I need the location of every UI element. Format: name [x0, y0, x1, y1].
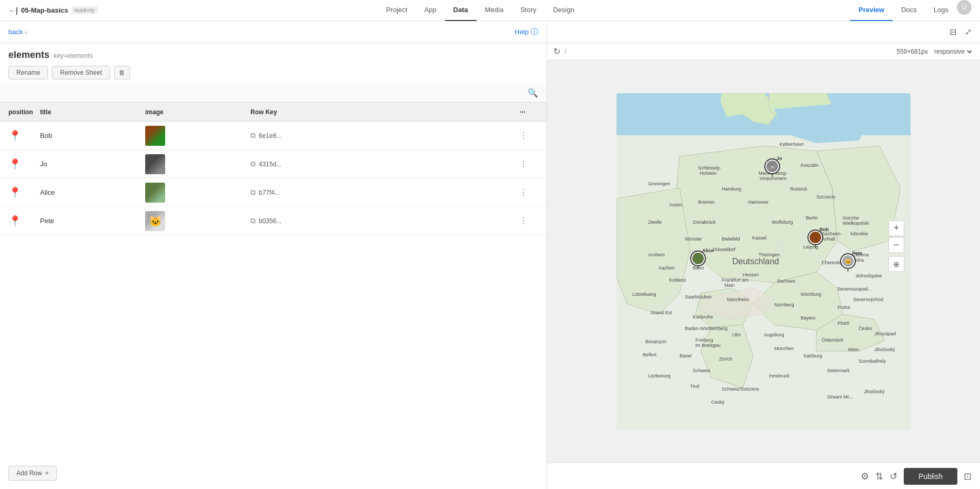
svg-text:Hamburg: Hamburg	[722, 186, 741, 192]
app-name: 05-Map-basics	[21, 6, 68, 14]
svg-text:Belfort: Belfort	[643, 352, 657, 357]
user-avatar[interactable]: U	[957, 0, 972, 15]
responsive-select[interactable]: responsive mobile desktop	[932, 47, 974, 56]
svg-text:München: München	[774, 346, 794, 351]
row-title-bob: Bob	[40, 132, 52, 139]
add-row-button[interactable]: Add Row +	[8, 466, 57, 481]
row-title-pete: Pete	[40, 217, 54, 225]
svg-text:Deutschland: Deutschland	[732, 257, 779, 266]
image-thumb-bob[interactable]	[145, 126, 165, 146]
refresh-bottom-button[interactable]: ↺	[890, 471, 897, 482]
copy-icon[interactable]: ⧉	[250, 216, 256, 225]
svg-text:Sachsen: Sachsen	[777, 278, 795, 284]
row-key-alice: b77f4...	[259, 189, 280, 196]
svg-text:dolnośląskie: dolnośląskie	[856, 273, 882, 278]
nav-logs[interactable]: Logs	[925, 0, 957, 21]
image-thumb-alice[interactable]	[145, 183, 165, 203]
right-nav: Preview Docs Logs U	[850, 0, 972, 21]
zoom-in-button[interactable]: +	[888, 220, 904, 236]
row-more-bob[interactable]: ⋮	[519, 131, 538, 141]
location-pin-icon[interactable]: 📍	[8, 215, 22, 227]
table-row: 📍 Alice ⧉ b77f4... ⋮	[0, 178, 547, 207]
col-actions: ⋯	[519, 108, 538, 116]
map-svg: København Koszalin Schleswig- Holstein M…	[617, 93, 911, 430]
svg-text:🐱: 🐱	[845, 258, 852, 265]
svg-text:Münster: Münster	[685, 236, 702, 242]
nav-media[interactable]: Media	[477, 0, 512, 21]
svg-text:Tirol: Tirol	[690, 384, 699, 389]
expand-icon[interactable]: ⤢	[963, 25, 974, 39]
svg-text:Praha: Praha	[837, 305, 850, 310]
help-link[interactable]: Help ⓘ	[514, 27, 538, 37]
cell-image-pete: 🐱	[145, 211, 250, 231]
location-pin-icon[interactable]: 📍	[8, 129, 22, 142]
location-pin-icon[interactable]: 📍	[8, 158, 22, 171]
zoom-out-button[interactable]: −	[888, 237, 904, 253]
nav-preview[interactable]: Preview	[850, 0, 893, 21]
search-button[interactable]: 🔍	[528, 88, 538, 98]
back-arrow-icon[interactable]: ←|	[8, 6, 18, 15]
bottom-bar: ⚙ ⇅ ↺ Publish ⊡	[547, 463, 980, 489]
row-key-bob: 6e1e8...	[259, 132, 281, 139]
nav-data[interactable]: Data	[445, 0, 477, 21]
image-thumb-jo[interactable]	[145, 154, 165, 174]
cell-title-pete: Pete	[40, 217, 145, 225]
svg-text:Zürich: Zürich	[719, 356, 732, 362]
nav-project[interactable]: Project	[378, 0, 416, 21]
copy-icon[interactable]: ⧉	[250, 131, 256, 140]
svg-text:Salzburg: Salzburg	[803, 353, 822, 358]
nav-app[interactable]: App	[416, 0, 444, 21]
svg-text:Schweiz: Schweiz	[693, 368, 711, 373]
cell-position-bob: 📍	[8, 129, 40, 142]
table-row: 📍 Bob ⧉ 6e1e8... ⋮	[0, 122, 547, 150]
svg-text:Mannheim: Mannheim	[727, 297, 749, 302]
locate-button[interactable]: ⊕	[888, 256, 904, 272]
svg-text:Jo: Jo	[776, 156, 782, 161]
left-panel: back ‹ Help ⓘ elements key=elements Rena…	[0, 21, 547, 489]
nav-docs[interactable]: Docs	[893, 0, 925, 21]
expand-bottom-button[interactable]: ⊡	[964, 471, 972, 482]
copy-icon[interactable]: ⧉	[250, 159, 256, 168]
nav-design[interactable]: Design	[544, 0, 582, 21]
settings-icon-button[interactable]: ⚙	[861, 471, 869, 482]
svg-text:Kassel: Kassel	[752, 235, 766, 241]
preview-container: ↻ / 559×681px responsive mobile desktop	[547, 43, 980, 463]
add-row-section: Add Row +	[0, 457, 547, 489]
col-title: title	[40, 108, 145, 116]
rename-button[interactable]: Rename	[8, 66, 48, 79]
svg-text:Alice: Alice	[702, 248, 714, 253]
copy-icon[interactable]: ⧉	[250, 188, 256, 197]
svg-text:Chemnitz: Chemnitz	[822, 260, 842, 265]
svg-text:Wien: Wien	[848, 347, 859, 352]
back-label: back	[8, 28, 23, 36]
publish-button[interactable]: Publish	[904, 468, 957, 485]
svg-text:Steiermark: Steiermark	[827, 368, 850, 373]
svg-text:Koszalin: Koszalin	[801, 163, 819, 168]
cell-image-alice	[145, 183, 250, 203]
location-pin-icon[interactable]: 📍	[8, 186, 22, 199]
svg-text:Wielkopolski: Wielkopolski	[843, 221, 869, 226]
more-cols-icon[interactable]: ⋯	[519, 108, 526, 116]
svg-text:Severnozapad...: Severnozapad...	[837, 286, 872, 292]
row-more-alice[interactable]: ⋮	[519, 187, 538, 197]
remove-sheet-delete-icon[interactable]: 🗑	[114, 66, 130, 79]
svg-text:Österreich: Österreich	[822, 337, 844, 343]
row-more-pete[interactable]: ⋮	[519, 216, 538, 226]
svg-point-89	[810, 232, 821, 243]
table-row: 📍 Jo ⧉ 4315d... ⋮	[0, 150, 547, 178]
cell-image-bob	[145, 126, 250, 146]
image-thumb-pete[interactable]: 🐱	[145, 211, 165, 231]
back-link[interactable]: back ‹	[8, 28, 27, 36]
svg-text:Osnabrück: Osnabrück	[693, 219, 716, 225]
row-title-alice: Alice	[40, 188, 55, 196]
split-view-icon[interactable]: ⊟	[947, 25, 958, 39]
remove-sheet-button[interactable]: Remove Sheet	[52, 66, 109, 79]
nav-story[interactable]: Story	[512, 0, 544, 21]
row-more-jo[interactable]: ⋮	[519, 159, 538, 169]
svg-text:Bremen: Bremen	[698, 199, 715, 205]
cell-title-jo: Jo	[40, 160, 145, 168]
map-frame: København Koszalin Schleswig- Holstein M…	[617, 93, 911, 430]
refresh-button[interactable]: ↻	[553, 46, 560, 56]
share-icon-button[interactable]: ⇅	[875, 471, 883, 482]
svg-text:Würzburg: Würzburg	[801, 292, 821, 297]
